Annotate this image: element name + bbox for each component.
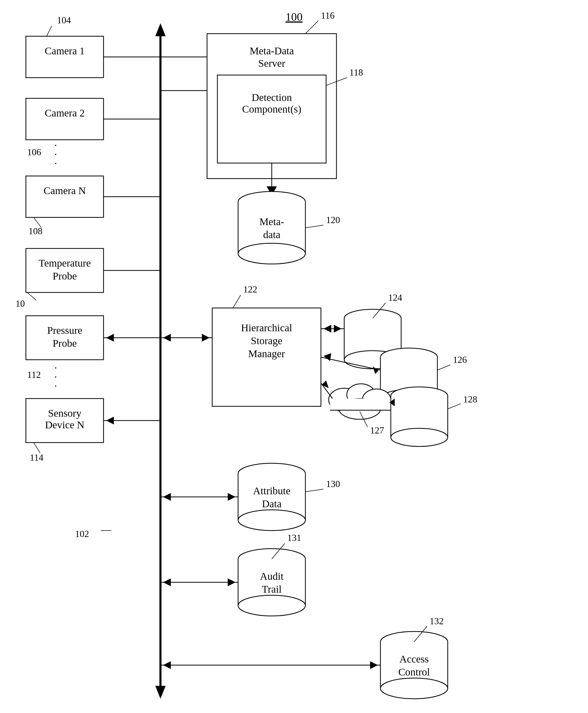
svg-line-25: [306, 225, 323, 228]
camera2-box: [26, 98, 104, 140]
detection-label1: Detection: [252, 91, 292, 103]
ref-122: 122: [243, 284, 257, 295]
ref-112: 112: [27, 370, 41, 380]
svg-line-3: [47, 26, 52, 36]
svg-marker-64: [163, 493, 171, 501]
ref-128: 128: [463, 394, 477, 404]
ref-116: 116: [321, 11, 335, 21]
svg-marker-29: [202, 334, 210, 342]
svg-rect-48: [330, 399, 392, 410]
svg-marker-79: [370, 661, 378, 669]
ref-130: 130: [326, 479, 340, 489]
access-control-bottom: [380, 678, 448, 699]
ref-114: 114: [30, 453, 43, 463]
svg-marker-51: [322, 380, 329, 388]
attr-data-label2: Data: [262, 498, 281, 509]
metadata-server-label2: Server: [258, 58, 285, 69]
svg-marker-2: [155, 686, 166, 699]
ref-10: 10: [16, 298, 25, 309]
svg-line-62: [306, 489, 323, 492]
svg-marker-14: [106, 417, 114, 424]
svg-marker-65: [228, 493, 235, 501]
svg-marker-11: [106, 334, 114, 342]
hsm-label2: Storage: [251, 335, 282, 347]
metadata-server-label1: Meta-Data: [250, 45, 294, 57]
ref-132: 132: [429, 616, 444, 626]
svg-marker-42: [323, 353, 331, 361]
temp-probe-label2: Probe: [52, 270, 77, 282]
temp-probe-label1: Temperature: [39, 257, 91, 269]
detection-label2: Component(s): [242, 103, 301, 115]
svg-marker-36: [334, 325, 342, 333]
svg-line-12: [34, 443, 40, 453]
svg-line-55: [448, 404, 461, 409]
attr-data-bottom: [238, 510, 306, 530]
access-control-label2: Control: [398, 666, 430, 678]
pressure-probe-label2: Probe: [52, 337, 77, 349]
svg-line-40: [437, 365, 450, 370]
ref-124: 124: [388, 292, 402, 303]
ref-104: 104: [57, 15, 71, 25]
ref-106: 106: [27, 147, 41, 158]
hsm-label3: Manager: [248, 348, 285, 359]
svg-marker-72: [228, 579, 235, 586]
detection-component-box: [217, 75, 326, 163]
svg-line-8: [27, 292, 36, 300]
ref-126: 126: [453, 355, 467, 365]
ref-127: 127: [370, 425, 384, 436]
dots3: ·: [54, 158, 57, 169]
sensory-device-label1: Sensory: [48, 407, 82, 419]
ref-120: 120: [326, 215, 340, 225]
metadata-cylinder-bottom: [238, 243, 306, 264]
sensory-device-label2: Device N: [45, 419, 84, 431]
svg-marker-1: [155, 23, 166, 36]
hsm-label1: Hierarchical: [241, 322, 292, 334]
camera2-label: Camera 2: [45, 107, 85, 119]
diagram-title: 100: [286, 11, 302, 23]
audit-trail-bottom: [238, 595, 306, 616]
camera1-box: [26, 36, 104, 78]
svg-marker-28: [163, 334, 171, 342]
dots6: ·: [54, 380, 57, 392]
pressure-probe-label1: Pressure: [47, 324, 82, 336]
ref-118: 118: [350, 67, 363, 78]
svg-marker-78: [163, 661, 171, 669]
ref-102: 102: [75, 529, 89, 539]
access-control-label1: Access: [399, 653, 428, 665]
attr-data-label1: Attribute: [253, 485, 290, 497]
cameraN-label: Camera N: [43, 185, 86, 196]
svg-line-26: [233, 295, 241, 308]
diagram: 100 Camera 1 104 Camera 2 106 · · · Came…: [0, 0, 588, 713]
audit-trail-label2: Trail: [262, 583, 281, 595]
ref-108: 108: [28, 226, 42, 236]
cameraN-box: [26, 176, 104, 217]
storage-cyl3-bottom: [391, 428, 448, 446]
audit-trail-label1: Audit: [260, 570, 284, 582]
ref-131: 131: [287, 532, 301, 543]
metadata-label2: data: [263, 229, 280, 240]
svg-marker-71: [163, 579, 171, 586]
camera1-label: Camera 1: [45, 45, 85, 57]
metadata-label1: Meta-: [259, 216, 284, 228]
svg-line-16: [306, 21, 318, 34]
svg-marker-35: [323, 325, 331, 333]
